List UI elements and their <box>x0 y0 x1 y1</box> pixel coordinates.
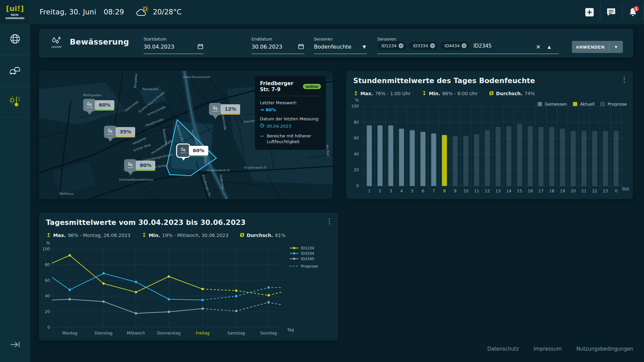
sensor-chip[interactable]: ID3334 ✕ <box>409 42 437 50</box>
map-sensor-marker[interactable]: 12% <box>209 103 243 122</box>
bar <box>506 126 512 186</box>
remove-chip-icon[interactable]: ✕ <box>430 43 435 48</box>
add-button[interactable] <box>579 0 600 24</box>
data-point <box>68 289 71 291</box>
sensor-input[interactable]: ID2345 <box>473 43 491 49</box>
svg-text:0: 0 <box>47 325 50 330</box>
chevron-up-icon[interactable]: ▲ <box>548 45 551 49</box>
map-sensor-marker[interactable]: 35% <box>104 126 138 144</box>
clear-icon[interactable]: ✕ <box>536 44 541 50</box>
legend-item-id3334[interactable]: ID3334 <box>290 251 318 256</box>
sensor-type-select[interactable]: Sensoren Bodenfeuchte ▼ <box>314 29 367 58</box>
footer-link-nutzungsbedingungen[interactable]: Nutzungsbedingungen <box>576 346 633 352</box>
svg-text:Donnerstag: Donnerstag <box>157 331 180 336</box>
start-date-value[interactable]: 30.04.2023 <box>144 44 174 50</box>
data-point <box>168 311 170 313</box>
series-line <box>52 255 203 292</box>
legend-item-id1234[interactable]: ID1234 <box>290 245 318 251</box>
calendar-icon[interactable] <box>198 44 203 51</box>
bar <box>378 125 383 186</box>
svg-text:40: 40 <box>354 152 359 157</box>
svg-text:7: 7 <box>432 189 435 193</box>
map-sensor-marker[interactable]: 60% <box>83 99 117 118</box>
data-point <box>168 298 170 300</box>
calendar-icon[interactable] <box>298 44 304 51</box>
end-date-field[interactable]: Enddatum 30.06.2023 <box>252 29 305 58</box>
globe-icon <box>9 33 21 46</box>
soil-moisture-icon <box>124 159 137 172</box>
svg-text:20: 20 <box>45 309 50 314</box>
sidebar-item-network[interactable] <box>0 24 30 55</box>
svg-text:80: 80 <box>45 262 50 267</box>
map[interactable]: WolfsgrabenParkstraßeHotel BrunnenhofBur… <box>39 71 333 199</box>
sidebar-item-environment[interactable] <box>0 86 30 118</box>
data-point <box>235 290 237 292</box>
arrow-to-bar-icon: ⇥ <box>260 107 264 112</box>
remove-chip-icon[interactable]: ✕ <box>462 43 467 48</box>
measurement-value: ⇥ 60% <box>260 107 321 112</box>
end-date-value[interactable]: 30.06.2023 <box>252 44 282 50</box>
data-point <box>102 300 105 303</box>
area-legend-dash: — <box>260 133 264 145</box>
app-label: FACH- ANWENDUNG <box>5 13 24 20</box>
page-title: Bewässerung <box>70 38 129 46</box>
footer-link-datenschutz[interactable]: Datenschutz <box>487 346 519 352</box>
bar <box>603 131 608 186</box>
data-point <box>202 299 204 301</box>
bar <box>431 133 436 186</box>
sensor-type-value[interactable]: Bodenfeuchte <box>314 44 352 50</box>
legend-item-id2345[interactable]: ID2345 <box>290 256 318 261</box>
data-point <box>102 282 105 285</box>
sensor-chip[interactable]: ID1234 ✕ <box>377 42 406 50</box>
data-point <box>168 275 170 278</box>
remove-chip-icon[interactable]: ✕ <box>398 43 404 48</box>
map-sensor-marker[interactable]: 80% <box>124 159 158 178</box>
chevron-down-icon[interactable]: ▼ <box>363 44 366 49</box>
data-point <box>135 312 137 314</box>
svg-text:11: 11 <box>474 189 479 193</box>
series-line <box>52 299 203 313</box>
temperature: 20/28°C <box>153 8 182 16</box>
apply-button[interactable]: ANWENDEN ▼ <box>572 41 623 53</box>
sidebar-item-traffic[interactable] <box>0 55 30 86</box>
app-logo[interactable]: [ui!] FACH- ANWENDUNG <box>0 0 30 24</box>
svg-text:20: 20 <box>354 168 359 172</box>
apply-label: ANWENDEN <box>572 45 609 50</box>
bar <box>442 135 447 186</box>
sensors-multiselect[interactable]: Sensoren ID1234 ✕ ID3334 ✕ ID4434 ✕ ID23… <box>377 29 559 58</box>
bar <box>485 130 490 186</box>
legend-item-prognose[interactable]: Prognose <box>290 263 318 269</box>
bar <box>517 124 522 186</box>
svg-text:Mittwoch: Mittwoch <box>127 331 145 336</box>
footer-link-impressum[interactable]: Impressum <box>534 346 561 352</box>
svg-text:6: 6 <box>422 189 424 193</box>
daily-chart-panel: Tagesmittelwerte vom 30.04.2023 bis 30.0… <box>39 213 338 341</box>
sensor-chip[interactable]: ID4434 ✕ <box>440 42 469 50</box>
bar <box>474 134 479 186</box>
svg-text:18: 18 <box>549 189 554 193</box>
hourly-bar-chart: 020406080100%123456789101112131415161718… <box>346 71 633 199</box>
svg-text:3: 3 <box>389 189 392 193</box>
chip-label: ID1234 <box>381 43 396 48</box>
field-underline <box>377 54 559 54</box>
start-date-field[interactable]: Startdatum 30.04.2023 <box>144 29 204 58</box>
svg-text:5: 5 <box>411 189 414 193</box>
sidebar-expand-button[interactable] <box>0 335 30 355</box>
notifications-button[interactable]: 1 <box>622 0 644 24</box>
field-underline <box>252 54 305 54</box>
measurement-label: Letzter Messwert: <box>260 100 321 105</box>
marker-value: 60% <box>95 100 114 110</box>
svg-text:12: 12 <box>485 189 490 193</box>
svg-text:Samstag: Samstag <box>227 331 245 336</box>
current-date: Freitag, 30. Juni <box>40 8 96 16</box>
data-point <box>267 301 270 304</box>
apply-dropdown-caret[interactable]: ▼ <box>609 43 623 51</box>
bar <box>528 126 533 186</box>
field-underline <box>314 54 367 54</box>
svg-text:60: 60 <box>354 136 359 140</box>
bar <box>399 129 404 186</box>
svg-text:Sonntag: Sonntag <box>260 331 277 336</box>
map-sensor-marker[interactable]: 60% <box>177 144 211 163</box>
logo-text: [ui!] <box>6 4 24 13</box>
messages-button[interactable] <box>600 0 622 24</box>
